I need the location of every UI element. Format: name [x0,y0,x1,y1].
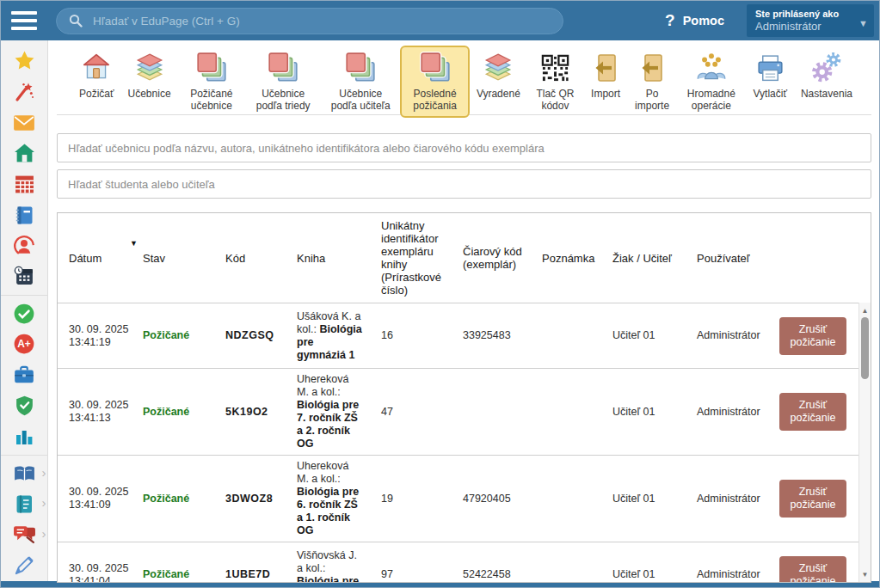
scroll-up-icon[interactable]: ▲ [859,304,871,316]
sidebar-item-bar-chart[interactable] [1,421,48,452]
sidebar-item-calendar-clock[interactable] [1,261,48,292]
loans-table: DátumStavKódKnihaUnikátny identifikátor … [57,212,871,583]
calendar-clock-icon [13,266,35,287]
sidebar-item-grade-aplus[interactable]: A+ [1,328,48,359]
messages-icon [13,524,36,545]
toolbar-item-label: Požičať [79,88,114,100]
table-row: 30. 09. 202513:41:09Požičané3DWOZ8Uherek… [58,455,871,542]
status-badge: Požičané [132,488,214,510]
chevron-right-icon: › [42,526,46,541]
cell-barcode [452,407,531,416]
person-search-input[interactable] [57,169,871,199]
sidebar-item-pen[interactable] [1,550,48,581]
column-header-3[interactable]: Kód [214,248,286,268]
toolbar-item-ucebnice-podla-ucitela[interactable]: Učebnice podľa učiteľa [321,46,400,118]
status-badge: Požičané [132,401,214,423]
sidebar-item-timetable[interactable] [1,168,48,199]
column-header-9[interactable]: Používateľ [686,248,767,268]
sidebar-item-library-book[interactable]: › [1,458,48,489]
cell-action: Zrušiť požičanie [767,393,846,431]
toolbar-item-ucebnice[interactable]: Učebnice [121,46,178,106]
wand-icon [14,82,34,102]
cancel-loan-button[interactable]: Zrušiť požičanie [779,556,846,583]
sidebar-item-mail[interactable] [1,107,48,138]
toolbar-item-import[interactable]: Import [583,46,628,106]
sidebar-item-briefcase[interactable] [1,359,48,390]
cell-book: Višňovská J. a kol.: Biológia pre 1. roč… [286,545,370,583]
stack-icon [419,51,452,85]
user-menu[interactable]: Ste prihlásený ako Administrátor ▼ [747,4,874,37]
table-row: 30. 09. 202513:41:13Požičané5K19O2Uherek… [58,368,871,455]
toolbar-item-label: Po importe [635,88,669,112]
toolbar-item-pozicane-ucebnice[interactable]: Požičané učebnice [178,46,246,118]
sidebar-item-star[interactable] [1,46,48,77]
cell-uid: 16 [370,325,452,346]
toolbar-item-label: Import [591,88,620,100]
cell-barcode: 33925483 [452,325,531,346]
chevron-right-icon: › [42,465,46,480]
cell-action: Zrušiť požičanie [767,480,846,518]
svg-text:A+: A+ [17,339,31,351]
table-scrollbar[interactable]: ▲▼ [858,303,871,582]
scrollbar-thumb[interactable] [861,317,869,379]
toolbar-item-label: Požičané učebnice [185,88,239,112]
chevron-down-icon: ▼ [858,18,868,28]
people-icon [694,51,729,85]
toolbar-item-po-importe[interactable]: Po importe [628,46,676,118]
cancel-loan-button[interactable]: Zrušiť požičanie [779,317,846,355]
sidebar-item-wand[interactable] [1,77,48,107]
column-header-7[interactable]: Poznámka [531,248,601,268]
toolbar-item-label: Učebnice podľa učiteľa [328,88,393,112]
table-row: 30. 09. 202513:41:19PožičanéNDZGSQUšákov… [58,303,871,368]
cell-book: Uhereková M. a kol.: Biológia pre 6. roč… [286,456,370,542]
global-search-input[interactable] [91,14,551,28]
sidebar-item-documents[interactable]: › [1,489,48,520]
toolbar-item-tlac-qr-kodov[interactable]: Tlač QR kódov [527,46,583,118]
toolbar-item-vytlacit[interactable]: Vytlačiť [747,46,794,106]
toolbar-item-nastavenia[interactable]: Nastavenia [794,46,859,106]
column-header-4[interactable]: Kniha [286,248,370,268]
toolbar-item-ucebnice-podla-triedy[interactable]: Učebnice podľa triedy [245,46,321,118]
column-header-6[interactable]: Čiarový kód (exemplár) [452,242,531,274]
column-header-5[interactable]: Unikátny identifikátor exempláru knihy (… [370,216,452,300]
book-search-input[interactable] [57,133,871,162]
sort-descending-icon[interactable]: ▼ [130,239,138,248]
toolbar-item-posledne-pozicania[interactable]: Posledné požičania [400,46,470,118]
library-book-icon [13,463,36,484]
column-header-8[interactable]: Žiak / Učiteľ [601,248,686,268]
sidebar-item-home[interactable] [1,138,48,168]
menu-icon[interactable] [11,11,37,30]
scroll-down-icon[interactable]: ▼ [859,568,871,580]
toolbar-item-label: Hromadné operácie [683,88,739,112]
table-row: 30. 09. 202513:41:04Požičané1UBE7DVišňov… [58,542,871,582]
sidebar-item-notebook[interactable] [1,199,48,230]
cell-note [531,332,601,340]
stack-icon [195,51,228,85]
cell-code: 3DWOZ8 [214,488,286,510]
sidebar-item-shield-check[interactable] [1,390,48,421]
cell-code: 1UBE7D [214,564,286,582]
help-button[interactable]: ? Pomoc [665,11,724,30]
column-header-10[interactable] [767,254,871,261]
home-house-icon [80,51,113,85]
cancel-loan-button[interactable]: Zrušiť požičanie [779,480,846,518]
qr-code-icon [540,51,570,85]
star-icon [14,50,35,71]
sidebar-item-messages[interactable]: › [1,519,48,550]
sidebar: A+››› [1,40,48,581]
sidebar-item-person[interactable] [1,230,48,261]
documents-icon [14,493,34,515]
column-header-1[interactable]: Dátum [58,248,132,268]
column-header-2[interactable]: Stav [132,248,214,268]
toolbar-item-pozicat[interactable]: Požičať [72,46,121,106]
toolbar-item-vyradene[interactable]: Vyradené [470,46,527,106]
cancel-loan-button[interactable]: Zrušiť požičanie [779,393,846,431]
toolbar-item-hromadne-operacie[interactable]: Hromadné operácie [676,46,746,118]
cell-person: Učiteľ 01 [601,325,686,346]
cell-note [531,571,601,579]
cell-note [531,407,601,416]
sidebar-item-check-circle[interactable] [1,298,48,329]
global-search[interactable] [56,8,563,34]
question-icon: ? [665,11,675,30]
toolbar-item-label: Učebnice podľa triedy [252,88,314,112]
